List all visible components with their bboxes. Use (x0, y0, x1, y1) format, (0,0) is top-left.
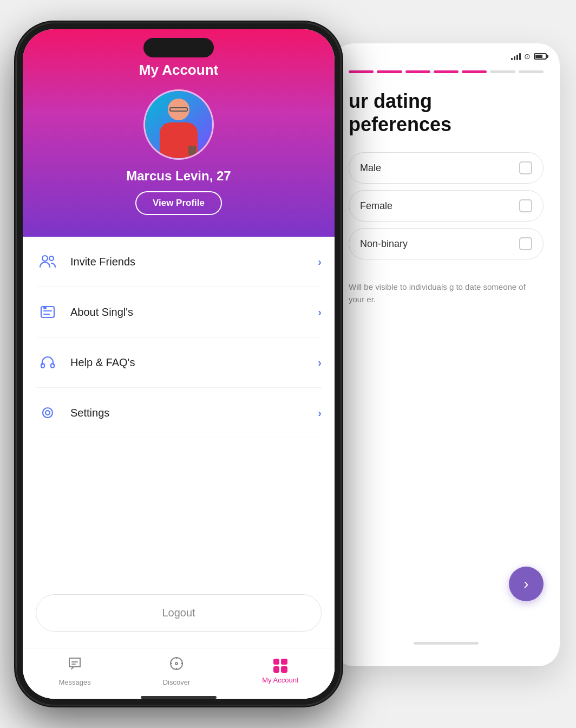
discover-nav-label: Discover (163, 678, 191, 686)
bg-card-heading: ur dating peferences (349, 89, 544, 136)
dash-7 (519, 70, 544, 73)
settings-label: Settings (70, 407, 318, 419)
svg-rect-2 (41, 307, 54, 317)
progress-dashes (332, 65, 560, 79)
option-male-label: Male (360, 162, 381, 174)
menu-item-about-singls[interactable]: About Singl's › (36, 287, 322, 337)
menu-items-list: Invite Friends › About Singl's (23, 237, 335, 438)
option-female-checkbox[interactable] (519, 199, 532, 212)
messages-nav-label: Messages (58, 678, 90, 686)
bg-card-footer: Will be visible to individuals g to date… (332, 270, 560, 316)
compass-icon (169, 656, 184, 675)
bg-status-icons: ⊙ (511, 52, 547, 61)
grid-dot-2 (281, 659, 287, 665)
next-arrow-icon: › (523, 575, 528, 593)
option-male[interactable]: Male (349, 152, 544, 184)
svg-point-6 (43, 408, 53, 418)
about-singls-label: About Singl's (70, 306, 318, 318)
view-profile-button[interactable]: View Profile (135, 191, 222, 215)
header-section: 9:41 (23, 29, 335, 237)
nav-item-discover[interactable]: Discover (163, 656, 191, 686)
avatar-figure (157, 99, 200, 158)
nav-item-messages[interactable]: Messages (58, 656, 90, 686)
grid-dot-3 (273, 666, 280, 673)
svg-point-0 (42, 256, 48, 261)
background-card: ⊙ ur dating peferences Male Female No (332, 43, 560, 666)
person-head (168, 99, 189, 120)
settings-icon (36, 401, 60, 425)
invite-friends-label: Invite Friends (70, 256, 318, 268)
menu-section: Invite Friends › About Singl's (23, 237, 335, 699)
option-female-label: Female (360, 200, 392, 212)
bg-wifi-icon: ⊙ (524, 52, 531, 61)
logout-button[interactable]: Logout (36, 594, 322, 632)
users-icon (36, 250, 60, 274)
about-singls-chevron: › (318, 306, 322, 318)
dynamic-island (143, 38, 214, 57)
nav-item-my-account[interactable]: My Account (262, 659, 298, 684)
page-title: My Account (139, 62, 218, 79)
dash-1 (349, 70, 374, 73)
menu-item-invite-friends[interactable]: Invite Friends › (36, 237, 322, 287)
phone-screen: 9:41 (23, 29, 335, 699)
home-indicator (141, 696, 217, 699)
dash-5 (462, 70, 487, 73)
bg-card-options-list: Male Female Non-binary (332, 141, 560, 270)
bg-status-bar: ⊙ (332, 43, 560, 65)
dash-4 (434, 70, 459, 73)
svg-point-5 (45, 411, 50, 415)
logout-section: Logout (23, 578, 335, 648)
person-glasses (169, 107, 188, 112)
invite-friends-chevron: › (318, 256, 322, 268)
avatar (143, 89, 214, 160)
bg-signal-icon (511, 53, 521, 60)
option-nonbinary-checkbox[interactable] (519, 237, 532, 250)
option-female[interactable]: Female (349, 190, 544, 222)
user-name: Marcus Levin, 27 (126, 168, 231, 184)
svg-point-1 (49, 256, 54, 261)
bg-card-title-block: ur dating peferences (332, 79, 560, 141)
svg-point-8 (175, 662, 178, 665)
dash-6 (490, 70, 515, 73)
my-account-nav-label: My Account (262, 676, 298, 684)
grid-icon (273, 659, 287, 673)
grid-dot-1 (273, 659, 280, 665)
option-male-checkbox[interactable] (519, 161, 532, 174)
svg-point-7 (171, 658, 182, 670)
dash-2 (377, 70, 402, 73)
menu-item-help-faq[interactable]: Help & FAQ's › (36, 337, 322, 388)
bottom-nav: Messages Discover (23, 648, 335, 692)
bg-battery-icon (534, 53, 547, 60)
option-nonbinary[interactable]: Non-binary (349, 228, 544, 259)
menu-item-settings[interactable]: Settings › (36, 388, 322, 438)
phone-device: 9:41 (16, 23, 341, 705)
chat-icon (67, 656, 82, 675)
phone-shell: 9:41 (16, 23, 341, 705)
avatar-image (145, 91, 212, 158)
help-faq-label: Help & FAQ's (70, 356, 318, 369)
headphones-icon (36, 350, 60, 374)
help-faq-chevron: › (318, 356, 322, 369)
person-body (160, 122, 198, 158)
settings-chevron: › (318, 407, 322, 419)
coffee-cup (188, 146, 196, 155)
grid-dot-4 (281, 666, 287, 673)
info-icon (36, 300, 60, 324)
dash-3 (405, 70, 430, 73)
scroll-indicator (414, 642, 479, 645)
option-nonbinary-label: Non-binary (360, 238, 408, 250)
next-button[interactable]: › (509, 567, 544, 601)
